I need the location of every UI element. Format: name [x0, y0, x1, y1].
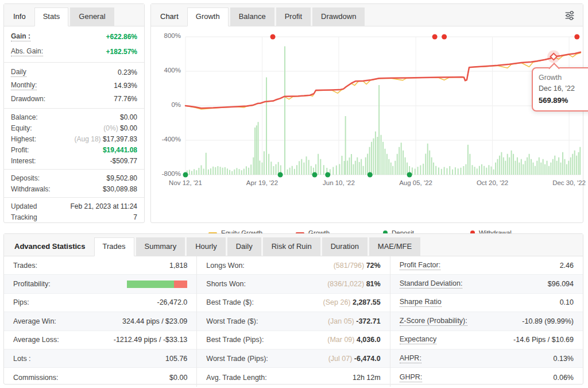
deposit-marker[interactable]: [325, 172, 330, 178]
tab-daily[interactable]: Daily: [227, 237, 261, 256]
profitability-bar: [127, 281, 187, 288]
info-value-prefix: (Aug 18): [75, 135, 103, 143]
table-row-lots: Lots :105.76: [4, 349, 196, 368]
deposit-marker[interactable]: [183, 172, 188, 178]
growth-chart: 800%400%0%-400%-800% Nov 12, '21Apr 19, …: [185, 34, 581, 178]
info-label[interactable]: Gain :: [11, 32, 30, 41]
info-value: (0%) $0.00: [103, 124, 137, 132]
info-label: Drawdown:: [11, 95, 45, 103]
tab-risk-of-ruin[interactable]: Risk of Ruin: [263, 237, 320, 256]
stat-label[interactable]: GHPR:: [400, 373, 423, 382]
stat-label: Shorts Won:: [206, 280, 246, 288]
stat-value: 2.46: [560, 262, 574, 270]
info-label[interactable]: Monthly:: [11, 81, 37, 90]
info-row-abs-gain: Abs. Gain:+182.57%: [4, 44, 144, 59]
profitability-bar-loss: [174, 281, 187, 288]
info-value: 14.93%: [114, 82, 137, 90]
tab-summary[interactable]: Summary: [136, 237, 185, 256]
withdrawal-marker[interactable]: [574, 34, 579, 40]
deposit-marker[interactable]: [368, 172, 373, 178]
stat-label[interactable]: AHPR:: [400, 354, 421, 363]
tab-stats[interactable]: Stats: [34, 7, 69, 26]
stat-value: -10.89 (99.99%): [522, 317, 574, 325]
stat-value: 0.13%: [554, 355, 574, 363]
stat-value-prefix: (Mar 09): [327, 336, 357, 344]
tab-profit[interactable]: Profit: [276, 7, 311, 26]
table-row-pips: Pips:-26,472.0: [4, 294, 196, 312]
tab-balance[interactable]: Balance: [230, 7, 274, 26]
info-value: Feb 21, 2023 at 11:24: [70, 202, 137, 210]
stat-value: 1,818: [169, 262, 187, 270]
stat-value: -14.6 Pips / $10.69: [513, 336, 574, 344]
withdrawal-marker[interactable]: [442, 34, 447, 40]
stat-label[interactable]: Sharpe Ratio: [400, 298, 442, 307]
stats-tabs: TradesSummaryHourlyDailyRisk of RuinDura…: [94, 237, 423, 256]
info-value: 7: [133, 213, 137, 221]
info-value: -$509.77: [110, 157, 137, 165]
stat-label: Best Trade ($):: [206, 298, 254, 306]
tooltip-value: 569.89%: [539, 95, 588, 106]
info-section: Daily0.23%Monthly:14.93%Drawdown:77.76%: [4, 63, 144, 109]
stat-label[interactable]: Profit Factor:: [400, 261, 441, 270]
stat-value: -26,472.0: [157, 298, 188, 306]
table-row-z-score-probability: Z-Score (Probability):-10.89 (99.99%): [390, 312, 583, 331]
info-label: Profit:: [11, 146, 29, 154]
stat-value-prefix: (836/1,022): [327, 280, 366, 288]
stat-label: Trades:: [13, 262, 37, 270]
x-tick-label: Oct 20, '22: [467, 179, 519, 186]
filter-sliders-icon[interactable]: [563, 9, 576, 24]
stat-value-prefix: (Sep 26): [323, 298, 353, 306]
deposit-marker[interactable]: [407, 172, 412, 178]
info-section: Balance:$0.00Equity:(0%) $0.00Highest:(A…: [4, 109, 144, 170]
deposit-marker[interactable]: [278, 172, 283, 178]
table-row-worst-trade-pips: Worst Trade (Pips):(Jul 07) -6,474.0: [197, 349, 389, 368]
info-section: Gain :+622.86%Abs. Gain:+182.57%: [4, 26, 144, 63]
stat-label[interactable]: Z-Score (Probability):: [400, 317, 467, 326]
tab-mae-mfe[interactable]: MAE/MFE: [369, 237, 420, 256]
stat-label: Best Trade (Pips):: [206, 336, 264, 344]
tooltip-series-label: Growth: [539, 72, 588, 83]
tab-trades[interactable]: Trades: [94, 237, 134, 256]
stat-label: Average Loss:: [13, 336, 59, 344]
info-value: (Aug 18) $17,397.83: [75, 135, 137, 143]
y-tick-label: 800%: [153, 32, 181, 39]
tab-drawdown[interactable]: Drawdown: [312, 7, 365, 26]
info-rows: Gain :+622.86%Abs. Gain:+182.57%Daily0.2…: [4, 26, 144, 225]
info-row-highest: Highest:(Aug 18) $17,397.83: [4, 133, 144, 144]
table-row-trades: Trades:1,818: [4, 256, 196, 275]
y-tick-label: 400%: [153, 67, 181, 74]
withdrawal-marker[interactable]: [432, 34, 438, 40]
tab-general[interactable]: General: [70, 7, 114, 26]
profitability-bar-win: [127, 281, 174, 288]
chart-panel: Chart GrowthBalanceProfitDrawdown 800%40…: [150, 3, 583, 223]
stat-label[interactable]: Standard Deviation:: [400, 279, 463, 289]
info-row-equity: Equity:(0%) $0.00: [4, 122, 144, 133]
info-label: Tracking: [11, 213, 37, 221]
tab-growth[interactable]: Growth: [187, 7, 229, 26]
stat-value-prefix: (Jan 05): [328, 317, 356, 325]
y-tick-label: 0%: [153, 101, 181, 108]
stat-value: 324.44 pips / $23.09: [122, 317, 187, 325]
info-panel: Info StatsGeneral Gain :+622.86%Abs. Gai…: [3, 3, 145, 223]
info-label[interactable]: Abs. Gain:: [11, 47, 43, 56]
stat-label: Avg. Trade Length:: [206, 374, 266, 382]
stat-label: Pips:: [13, 298, 29, 306]
stats-column-2: Longs Won:(581/796) 72%Shorts Won:(836/1…: [196, 256, 389, 387]
info-label[interactable]: Daily: [11, 68, 26, 77]
table-row-sharpe-ratio: Sharpe Ratio0.10: [390, 294, 583, 312]
tab-duration[interactable]: Duration: [322, 237, 368, 256]
info-value: $0.00: [120, 113, 137, 121]
info-label: Balance:: [11, 113, 38, 121]
info-row-withdrawals: Withdrawals:$30,089.88: [4, 183, 144, 194]
tab-hourly[interactable]: Hourly: [187, 237, 226, 256]
table-row-standard-deviation: Standard Deviation:$96.094: [390, 275, 583, 293]
deposit-marker[interactable]: [312, 172, 317, 178]
stat-label[interactable]: Expectancy: [400, 335, 437, 344]
table-row-average-win: Average Win:324.44 pips / $23.09: [4, 312, 196, 331]
x-tick-label: Dec 30, '22: [543, 179, 588, 186]
y-tick-label: -400%: [153, 136, 181, 143]
table-row-average-loss: Average Loss:-1212.49 pips / -$33.13: [4, 331, 196, 349]
table-row-best-trade: Best Trade ($):(Sep 26) 2,287.55: [197, 294, 389, 312]
withdrawal-marker[interactable]: [270, 34, 276, 40]
stat-label: Profitability:: [13, 280, 51, 288]
